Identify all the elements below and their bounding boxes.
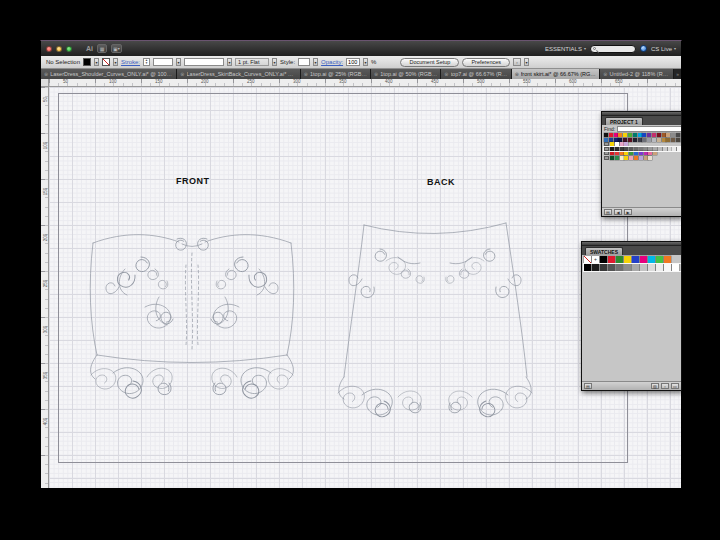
swatch[interactable] — [642, 138, 646, 142]
tab-close-icon[interactable]: ⊗ — [304, 71, 308, 77]
swatch[interactable] — [658, 147, 662, 151]
swatch[interactable] — [664, 264, 671, 271]
swatch[interactable] — [639, 156, 643, 160]
swatch[interactable] — [644, 151, 648, 155]
document-setup-button[interactable]: Document Setup — [400, 58, 459, 67]
stroke-link[interactable]: Stroke: — [121, 59, 140, 65]
swatch[interactable] — [620, 156, 624, 160]
swatch[interactable] — [656, 264, 663, 271]
swatch[interactable] — [592, 264, 599, 271]
find-input[interactable] — [617, 126, 681, 132]
swatch[interactable] — [610, 156, 614, 160]
tab-close-icon[interactable]: ⊗ — [374, 71, 378, 77]
swatch[interactable] — [629, 151, 633, 155]
vertical-ruler[interactable]: 50100150200250300350400 — [41, 87, 49, 488]
registration-swatch[interactable]: + — [592, 256, 599, 263]
swatch[interactable] — [610, 151, 614, 155]
tab-close-icon[interactable]: ⊗ — [180, 71, 184, 77]
stroke-weight-dropdown-icon[interactable]: ▾ — [176, 58, 181, 66]
swatch[interactable] — [642, 133, 646, 137]
swatch[interactable] — [614, 133, 618, 137]
stroke-dropdown-icon[interactable]: ▾ — [113, 58, 118, 66]
swatch[interactable] — [663, 147, 667, 151]
search-input[interactable] — [598, 45, 632, 53]
swatch[interactable] — [604, 138, 608, 142]
swatch[interactable] — [634, 156, 638, 160]
swatch[interactable] — [633, 133, 637, 137]
bridge-icon[interactable]: ▦ — [97, 44, 107, 53]
swatch[interactable] — [620, 142, 624, 146]
width-profile-select[interactable] — [184, 58, 224, 66]
new-color-group-icon[interactable]: ▨ — [651, 383, 659, 389]
document-tab[interactable]: ⊗front skirt.ai* @ 66.67% (RGB/Preview) — [512, 69, 601, 79]
swatch-libraries-icon[interactable]: ▤ — [604, 209, 612, 215]
swatch[interactable] — [620, 151, 624, 155]
stroke-weight-stepper[interactable]: ▲▼ — [143, 58, 150, 66]
search-field[interactable] — [590, 45, 636, 53]
swatch[interactable] — [624, 151, 628, 155]
next-library-icon[interactable]: ▶ — [624, 209, 632, 215]
swatch[interactable] — [656, 256, 663, 263]
swatch[interactable] — [629, 156, 633, 160]
swatch[interactable] — [672, 264, 679, 271]
tab-close-icon[interactable]: ⊗ — [44, 71, 48, 77]
opacity-link[interactable]: Opacity: — [321, 59, 343, 65]
swatch[interactable] — [600, 256, 607, 263]
brush-definition-select[interactable]: 1 pt. Flat — [235, 58, 269, 66]
brush-dropdown-icon[interactable]: ▾ — [272, 58, 277, 66]
fill-color-chip[interactable] — [83, 58, 91, 66]
swatch[interactable] — [638, 133, 642, 137]
swatch[interactable] — [644, 156, 648, 160]
swatch[interactable] — [638, 138, 642, 142]
color-group-icon[interactable] — [604, 151, 609, 155]
opacity-dropdown-icon[interactable]: ▾ — [363, 58, 368, 66]
fill-dropdown-icon[interactable]: ▾ — [94, 58, 99, 66]
swatch[interactable] — [629, 147, 633, 151]
swatch[interactable] — [615, 142, 619, 146]
swatch[interactable] — [615, 151, 619, 155]
preferences-button[interactable]: Preferences — [462, 58, 510, 67]
opacity-input[interactable] — [346, 58, 360, 66]
tab-close-icon[interactable]: ⊗ — [444, 71, 448, 77]
swatch[interactable] — [676, 138, 680, 142]
swatch[interactable] — [624, 264, 631, 271]
swatch[interactable] — [639, 147, 643, 151]
swatch[interactable] — [624, 256, 631, 263]
prev-library-icon[interactable]: ◀ — [614, 209, 622, 215]
swatch[interactable] — [600, 264, 607, 271]
swatch[interactable] — [634, 151, 638, 155]
swatch[interactable] — [628, 133, 632, 137]
tab-project[interactable]: PROJECT 1 — [605, 117, 643, 125]
back-skirt-drawing[interactable] — [338, 223, 532, 420]
tab-close-icon[interactable]: ⊗ — [603, 71, 607, 77]
swatch[interactable] — [584, 264, 591, 271]
swatch[interactable] — [652, 133, 656, 137]
document-tab[interactable]: ⊗LaserDress_SkirtBack_Curves_ONLY.ai* @ … — [177, 69, 300, 79]
stroke-weight-field[interactable] — [153, 58, 173, 66]
stepper-down-icon[interactable]: ▼ — [145, 62, 148, 65]
swatch[interactable] — [624, 156, 628, 160]
new-swatch-icon[interactable]: ▫ — [661, 383, 669, 389]
swatch[interactable] — [652, 138, 656, 142]
swatch[interactable] — [666, 133, 670, 137]
swatch[interactable] — [640, 256, 647, 263]
arrange-documents-icon[interactable]: ▣▾ — [111, 44, 122, 53]
swatch[interactable] — [672, 147, 676, 151]
swatch[interactable] — [623, 133, 627, 137]
swatch[interactable] — [633, 138, 637, 142]
swatch-libraries-icon[interactable]: ▤ — [584, 383, 592, 389]
swatch[interactable] — [634, 147, 638, 151]
horizontal-ruler[interactable]: 50100150200250300350400450500550600650 — [49, 79, 681, 87]
style-select[interactable] — [298, 58, 310, 66]
none-swatch[interactable] — [584, 256, 591, 263]
control-misc-dropdown-icon[interactable]: ▾ — [524, 58, 529, 66]
width-profile-dropdown-icon[interactable]: ▾ — [227, 58, 232, 66]
swatch[interactable] — [610, 147, 614, 151]
cs-live-button[interactable]: CS Live ▾ — [651, 46, 676, 52]
swatch[interactable] — [640, 264, 647, 271]
workspace-switcher-button[interactable]: ESSENTIALS ▾ — [545, 46, 586, 52]
delete-swatch-icon[interactable]: ▭ — [671, 383, 679, 389]
control-misc-icon[interactable]: ▫ — [513, 58, 521, 66]
swatch[interactable] — [639, 151, 643, 155]
swatch[interactable] — [653, 147, 657, 151]
